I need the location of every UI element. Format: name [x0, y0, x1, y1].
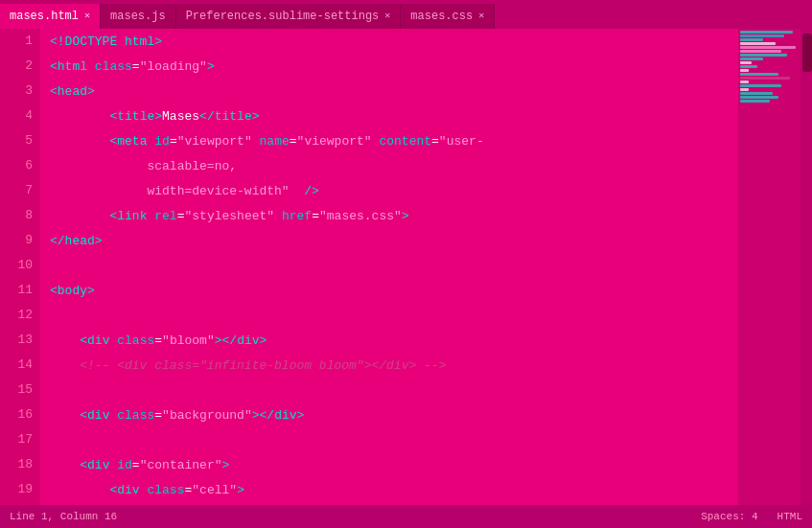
minimap-line — [740, 77, 790, 80]
minimap-content — [738, 29, 800, 105]
minimap-line — [740, 80, 749, 83]
code-line-7: <link rel="stylesheet" href="mases.css"> — [50, 203, 738, 228]
tab-preferences[interactable]: Preferences.sublime-settings ✕ — [176, 4, 402, 29]
code-line-8: </head> — [50, 228, 738, 253]
tab-label: mases.js — [110, 10, 166, 23]
indentation: Spaces: 4 — [701, 511, 757, 522]
minimap-line — [740, 96, 778, 99]
minimap-line — [740, 84, 781, 87]
minimap-line — [740, 57, 763, 60]
line-number: 19 — [0, 477, 33, 502]
tab-mases-html[interactable]: mases.html ✕ — [0, 4, 101, 29]
line-number: 1 — [0, 29, 33, 54]
line-number: 4 — [0, 103, 33, 128]
line-number: 12 — [0, 303, 33, 328]
tab-mases-css[interactable]: mases.css ✕ — [401, 4, 495, 29]
line-number: 6 — [0, 153, 33, 178]
code-line-6: width=device-width" /> — [50, 178, 738, 203]
code-line-6-cont: scalable=no, — [50, 153, 738, 178]
status-left: Line 1, Column 16 — [10, 511, 117, 522]
minimap-line — [740, 61, 752, 64]
status-right: Spaces: 4 HTML — [701, 511, 802, 522]
line-number: 2 — [0, 54, 33, 79]
syntax-label: HTML — [777, 511, 802, 522]
tab-mases-js[interactable]: mases.js — [101, 4, 176, 29]
minimap-line — [740, 46, 796, 49]
minimap-line — [740, 38, 763, 41]
line-number: 18 — [0, 452, 33, 477]
minimap-line — [740, 42, 776, 45]
line-number: 16 — [0, 402, 33, 427]
minimap-line — [740, 50, 781, 53]
line-number: 7 — [0, 178, 33, 203]
line-number: 9 — [0, 228, 33, 253]
minimap-line — [740, 73, 778, 76]
line-numbers: 1 2 3 4 5 6 7 8 9 10 11 12 13 14 15 16 1… — [0, 29, 40, 505]
status-bar: Line 1, Column 16 Spaces: 4 HTML — [0, 505, 812, 528]
tab-close-preferences[interactable]: ✕ — [384, 11, 390, 21]
tab-label: mases.css — [410, 10, 473, 23]
code-line-2: <html class="loading"> — [50, 54, 738, 79]
line-number: 8 — [0, 203, 33, 228]
minimap — [738, 29, 800, 505]
tab-bar: mases.html ✕ mases.js Preferences.sublim… — [0, 0, 812, 29]
tab-close-mases-css[interactable]: ✕ — [478, 11, 484, 21]
tab-label: mases.html — [10, 10, 79, 23]
code-line-14 — [50, 378, 738, 402]
line-number: 13 — [0, 328, 33, 353]
line-number: 17 — [0, 427, 33, 452]
minimap-line — [740, 54, 787, 57]
line-number: 10 — [0, 253, 33, 278]
line-number: 14 — [0, 353, 33, 378]
vertical-scrollbar[interactable] — [800, 29, 812, 505]
line-number: 3 — [0, 79, 33, 103]
code-line-5: <meta id="viewport" name="viewport" cont… — [50, 128, 738, 153]
cursor-position: Line 1, Column 16 — [10, 511, 117, 522]
tab-close-mases-html[interactable]: ✕ — [84, 11, 90, 21]
code-editor[interactable]: <!DOCTYPE html> <html class="loading"> <… — [40, 29, 738, 505]
code-line-19: <header> — [50, 502, 738, 505]
editor: mases.html ✕ mases.js Preferences.sublim… — [0, 0, 812, 528]
code-line-17: <div id="container"> — [50, 452, 738, 477]
scrollbar-thumb[interactable] — [802, 34, 812, 72]
code-line-10: <body> — [50, 278, 738, 303]
code-line-1: <!DOCTYPE html> — [50, 29, 738, 54]
code-line-15: <div class="background"></div> — [50, 402, 738, 427]
minimap-line — [740, 34, 784, 37]
code-line-12: <div class="bloom"></div> — [50, 328, 738, 353]
minimap-line — [740, 31, 793, 34]
minimap-line — [740, 92, 773, 95]
tab-label: Preferences.sublime-settings — [186, 10, 380, 23]
code-line-3: <head> — [50, 79, 738, 103]
line-number: 15 — [0, 378, 33, 402]
code-line-11 — [50, 303, 738, 328]
minimap-line — [740, 65, 757, 68]
code-line-9 — [50, 253, 738, 278]
minimap-line — [740, 88, 749, 91]
code-line-16 — [50, 427, 738, 452]
line-number: 11 — [0, 278, 33, 303]
minimap-line — [740, 69, 749, 72]
code-line-18: <div class="cell"> — [50, 477, 738, 502]
code-line-4: <title>Mases</title> — [50, 103, 738, 128]
minimap-line — [740, 100, 770, 103]
line-number: 5 — [0, 128, 33, 153]
editor-body: 1 2 3 4 5 6 7 8 9 10 11 12 13 14 15 16 1… — [0, 29, 812, 505]
code-line-13: <!-- <div class="infinite-bloom bloom"><… — [50, 353, 738, 378]
